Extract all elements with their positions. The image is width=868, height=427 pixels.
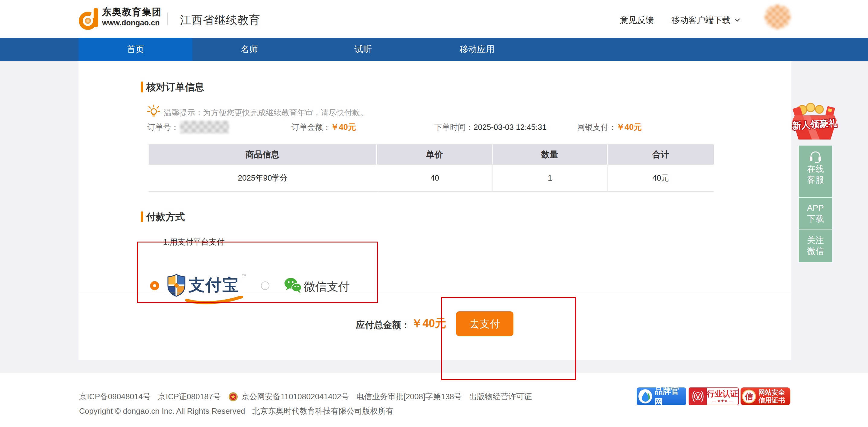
copyright-text: Copyright © dongao.cn Inc. All Rights Re… (79, 406, 245, 416)
site-header: 东奥教育集团 www.dongao.cn 江西省继续教育 意见反馈 移动客户端下… (0, 0, 868, 38)
content-card (79, 61, 791, 360)
order-amount-value: ￥40元 (331, 122, 356, 132)
payment-tip: 温馨提示：为方便您更快完成继续教育年审，请尽快付款。 (164, 108, 368, 118)
company-name-text: 北京东奥时代教育科技有限公司版权所有 (252, 406, 394, 417)
site-logo[interactable]: 东奥教育集团 www.dongao.cn (79, 7, 162, 31)
section-accent-bar (141, 211, 143, 222)
bank-pay-field: 网银支付： ￥40元 (577, 120, 642, 134)
chevron-down-icon (734, 18, 740, 22)
page: 东奥教育集团 www.dongao.cn 江西省继续教育 意见反馈 移动客户端下… (0, 0, 868, 427)
security-badge-line1: 网站安全 (758, 389, 785, 396)
page-title: 江西省继续教育 (180, 13, 260, 28)
order-time-label: 下单时间： (434, 122, 473, 132)
footer-licenses-row: 京ICP备09048014号 京ICP证080187号 京公网安备1101080… (79, 391, 532, 402)
product-table-header: 商品信息 单价 数量 合计 (149, 144, 714, 164)
client-download-label: 移动客户端下载 (672, 14, 731, 26)
industry-cert-badge[interactable]: V 行业认证 — ★★★ — (689, 388, 739, 405)
follow-wechat-button[interactable]: 关注 微信 (799, 229, 832, 262)
logo-company-name: 东奥教育集团 (102, 7, 162, 18)
online-service-button[interactable]: 在线 客服 (799, 150, 832, 197)
col-header-product: 商品信息 (149, 144, 377, 164)
laurel-v-icon: V (689, 388, 707, 405)
table-row: 2025年90学分 40 1 40元 (149, 164, 714, 192)
brand-badge-label: 品牌官网 (654, 386, 686, 407)
logo-website-url: www.dongao.cn (102, 18, 162, 27)
annotation-box-payment-methods (137, 242, 378, 303)
follow-wechat-line1: 关注 (799, 235, 832, 246)
total-due-label: 应付总金额： (356, 319, 410, 331)
nav-tab-audition[interactable]: 试听 (306, 38, 420, 61)
online-service-line2: 客服 (799, 175, 832, 185)
user-avatar[interactable] (765, 5, 791, 29)
order-number-field: 订单号： (147, 120, 229, 134)
nav-tab-home[interactable]: 首页 (79, 38, 192, 61)
brand-site-badge[interactable]: 品牌官网 (637, 388, 686, 405)
site-security-badge[interactable]: 信 网站安全 信用证书 (741, 388, 790, 405)
annotation-box-pay-button (441, 297, 576, 380)
col-header-quantity: 数量 (493, 144, 608, 164)
client-download-link[interactable]: 移动客户端下载 (672, 14, 740, 26)
product-table: 商品信息 单价 数量 合计 2025年90学分 40 1 40元 (149, 144, 714, 192)
cell-unit-price: 40 (377, 164, 493, 191)
feedback-link[interactable]: 意见反馈 (620, 14, 654, 26)
nav-tab-mobile-app[interactable]: 移动应用 (420, 38, 534, 61)
header-divider (167, 13, 168, 25)
public-security-badge-icon (228, 392, 238, 402)
app-download-line2: 下载 (799, 214, 832, 224)
order-number-label: 订单号： (147, 122, 179, 132)
headset-icon (808, 150, 823, 163)
order-number-redacted (180, 121, 229, 133)
follow-wechat-line2: 微信 (799, 246, 832, 257)
app-download-button[interactable]: APP 下载 (799, 197, 832, 229)
police-record-link[interactable]: 京公网安备11010802041402号 (241, 391, 349, 402)
dongao-logo-icon (79, 7, 99, 31)
publication-license-text: 出版物经营许可证 (469, 391, 532, 402)
security-badge-line2: 信用证书 (758, 396, 785, 404)
col-header-unit-price: 单价 (377, 144, 493, 164)
col-header-total: 合计 (608, 144, 714, 164)
order-time-field: 下单时间： 2025-03-03 12:45:31 (434, 120, 546, 134)
floating-service-menu: 在线 客服 APP 下载 关注 微信 (799, 146, 832, 262)
svg-text:V: V (696, 393, 700, 400)
telecom-license-text: 电信业务审批[2008]字第138号 (356, 391, 462, 402)
industry-cert-label: 行业认证 (707, 390, 738, 398)
footer-copyright-row: Copyright © dongao.cn Inc. All Rights Re… (79, 406, 394, 417)
order-amount-field: 订单金额： ￥40元 (291, 120, 356, 134)
credit-seal-icon: 信 (742, 390, 756, 403)
brand-drop-icon (639, 389, 652, 403)
cell-quantity: 1 (493, 164, 608, 191)
online-service-line1: 在线 (799, 164, 832, 175)
icp-license-link[interactable]: 京ICP证080187号 (158, 391, 221, 402)
section-accent-bar (141, 82, 143, 92)
order-amount-label: 订单金额： (291, 122, 331, 132)
icp-record-link[interactable]: 京ICP备09048014号 (79, 391, 151, 402)
bank-pay-value: ￥40元 (616, 122, 642, 132)
bank-pay-label: 网银支付： (577, 122, 616, 132)
app-download-line1: APP (799, 203, 832, 214)
payment-section-title: 付款方式 (146, 210, 185, 223)
industry-cert-stars: — ★★★ — (712, 399, 733, 403)
nav-tab-teachers[interactable]: 名师 (192, 38, 306, 61)
order-section-title: 核对订单信息 (146, 80, 204, 94)
order-time-value: 2025-03-03 12:45:31 (473, 123, 546, 132)
cell-product-name: 2025年90学分 (149, 164, 377, 191)
lightbulb-icon (147, 104, 160, 118)
cell-total: 40元 (608, 164, 714, 191)
main-nav: 首页 名师 试听 移动应用 (0, 38, 868, 61)
